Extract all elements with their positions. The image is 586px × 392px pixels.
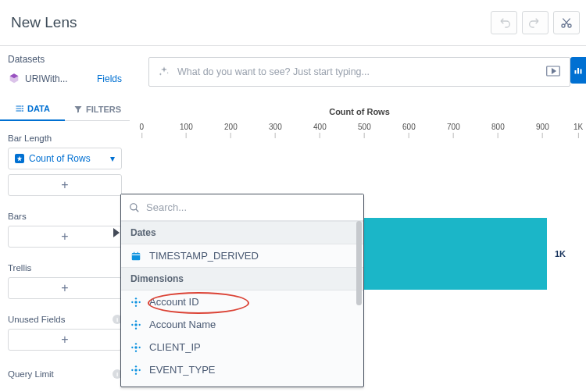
header-actions xyxy=(491,11,580,34)
popup-search-input[interactable] xyxy=(146,201,356,213)
popup-search xyxy=(121,194,363,221)
undo-button[interactable] xyxy=(491,11,517,34)
axis: 0 100 200 300 400 500 600 700 800 900 1K… xyxy=(133,123,578,140)
item-label: EVENT_TYPE xyxy=(149,364,216,376)
chevron-down-icon: ▾ xyxy=(110,153,115,164)
dimension-icon xyxy=(130,297,141,308)
sparkle-icon xyxy=(159,66,170,79)
date-icon xyxy=(130,251,141,262)
svg-point-29 xyxy=(135,365,137,367)
page-title: New Lens xyxy=(11,14,77,31)
item-account-name[interactable]: Account Name xyxy=(121,313,363,336)
tick: 800 xyxy=(491,123,505,138)
item-timestamp-derived[interactable]: TIMESTAMP_DERIVED xyxy=(121,244,363,267)
svg-point-1 xyxy=(568,24,571,27)
add-bar-length-button[interactable]: + xyxy=(8,174,122,196)
redo-button[interactable] xyxy=(522,11,548,34)
svg-point-23 xyxy=(139,346,141,347)
add-trellis-button[interactable]: + xyxy=(8,277,122,299)
item-login-key[interactable]: LOGIN_KEY xyxy=(121,381,363,387)
svg-point-13 xyxy=(139,301,141,302)
tick: 100 xyxy=(180,123,193,138)
tick: 900 xyxy=(536,123,549,138)
svg-point-19 xyxy=(135,320,137,322)
dataset-icon xyxy=(8,73,20,85)
group-dimensions: Dimensions xyxy=(121,267,363,290)
tick: 1K xyxy=(573,123,583,138)
count-of-rows-label: Count of Rows xyxy=(29,153,91,164)
tab-bar: DATA FILTERS xyxy=(0,98,130,121)
dataset-row: URIWith... Fields xyxy=(8,73,122,85)
svg-point-27 xyxy=(131,369,133,370)
item-account-id[interactable]: Account ID xyxy=(121,290,363,313)
fields-link[interactable]: Fields xyxy=(97,73,122,84)
svg-point-9 xyxy=(130,203,137,209)
query-limit-label: Query Limit i xyxy=(8,369,122,379)
trellis-label: Trellis xyxy=(8,263,122,273)
tick: 0 xyxy=(140,123,145,138)
tab-filters[interactable]: FILTERS xyxy=(65,98,130,120)
field-picker-popup: Dates TIMESTAMP_DERIVED Dimensions Accou… xyxy=(120,194,364,387)
svg-point-28 xyxy=(139,369,141,370)
svg-rect-7 xyxy=(577,68,579,74)
tab-data[interactable]: DATA xyxy=(0,98,65,121)
svg-point-24 xyxy=(135,343,137,344)
datasets-heading: Datasets xyxy=(8,54,122,65)
bar-length-label: Bar Length xyxy=(8,134,122,143)
measure-icon xyxy=(15,154,24,163)
nl-query-bar[interactable] xyxy=(148,57,570,87)
svg-point-22 xyxy=(131,346,133,347)
tab-filters-label: FILTERS xyxy=(86,105,121,114)
svg-point-20 xyxy=(135,327,137,329)
svg-point-17 xyxy=(131,323,133,325)
svg-point-16 xyxy=(134,323,138,326)
svg-point-11 xyxy=(134,301,138,304)
group-dates: Dates xyxy=(121,221,363,244)
svg-point-18 xyxy=(139,323,141,325)
tick: 200 xyxy=(224,123,238,138)
item-event-type[interactable]: EVENT_TYPE xyxy=(121,358,363,381)
bar-value-label: 1K xyxy=(555,249,566,258)
svg-rect-10 xyxy=(132,252,141,259)
item-label: TIMESTAMP_DERIVED xyxy=(149,250,259,262)
svg-point-26 xyxy=(134,369,138,372)
popup-body: Dates TIMESTAMP_DERIVED Dimensions Accou… xyxy=(121,221,363,387)
item-label: Account ID xyxy=(149,296,199,308)
svg-point-14 xyxy=(135,298,137,299)
run-query-icon[interactable] xyxy=(546,66,560,79)
svg-point-15 xyxy=(135,305,137,306)
svg-point-30 xyxy=(135,372,137,374)
bars-label: Bars xyxy=(8,212,122,221)
item-client-ip[interactable]: CLIENT_IP xyxy=(121,336,363,358)
tick: 500 xyxy=(358,123,371,138)
svg-point-2 xyxy=(23,106,23,107)
count-of-rows-pill[interactable]: Count of Rows ▾ xyxy=(8,148,122,169)
svg-point-21 xyxy=(134,346,138,349)
chart-type-button[interactable] xyxy=(570,57,586,84)
tick: 300 xyxy=(269,123,282,138)
svg-point-25 xyxy=(135,350,137,351)
add-unused-button[interactable]: + xyxy=(8,329,122,351)
scrollbar[interactable] xyxy=(356,221,362,305)
cut-button[interactable] xyxy=(553,11,580,34)
item-label: CLIENT_IP xyxy=(149,341,201,353)
svg-point-3 xyxy=(23,109,23,109)
search-icon xyxy=(129,202,140,213)
item-label: Account Name xyxy=(149,319,216,330)
svg-point-12 xyxy=(131,301,133,302)
unused-fields-label: Unused Fields i xyxy=(8,315,122,324)
svg-rect-6 xyxy=(575,70,577,74)
svg-point-4 xyxy=(23,111,23,112)
tab-data-label: DATA xyxy=(27,104,50,113)
dimension-icon xyxy=(130,365,141,376)
svg-point-0 xyxy=(562,24,565,27)
tick: 400 xyxy=(313,123,327,138)
nl-query-input[interactable] xyxy=(177,66,546,77)
dataset-name: URIWith... xyxy=(25,73,68,84)
tick: 600 xyxy=(402,123,416,138)
add-bars-button[interactable]: + xyxy=(8,226,122,248)
dimension-icon xyxy=(130,342,141,353)
axis-title: Count of Rows xyxy=(141,107,578,116)
tick: 700 xyxy=(447,123,460,138)
svg-rect-8 xyxy=(581,69,582,74)
